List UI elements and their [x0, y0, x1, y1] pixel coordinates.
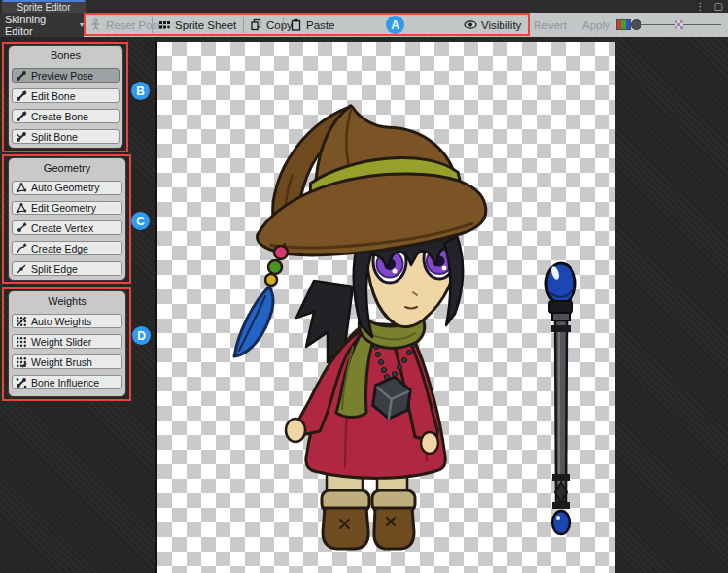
sprite-sheet-button[interactable]: Sprite Sheet: [158, 13, 236, 37]
edit-geometry-button[interactable]: Edit Geometry: [12, 201, 122, 216]
chevron-down-icon: ▾: [80, 20, 84, 29]
right-boot: [374, 508, 414, 549]
bone-influence-button[interactable]: Bone Influence: [12, 375, 122, 389]
pose-reset-icon: [89, 18, 102, 31]
tab-sprite-editor[interactable]: Sprite Editor: [2, 0, 86, 13]
geometry-auto-icon: [16, 182, 27, 193]
mode-label: Skinning Editor: [5, 14, 76, 37]
right-hand: [421, 432, 438, 454]
create-edge-button[interactable]: Create Edge: [12, 241, 122, 255]
annotation-badge-c: C: [131, 212, 150, 230]
sprite-sheet-icon: [158, 18, 171, 31]
annotation-badge-a: A: [386, 16, 404, 34]
witch-hat: [246, 94, 488, 261]
preview-pose-button[interactable]: Preview Pose: [12, 68, 120, 83]
character-sprite[interactable]: [234, 94, 489, 549]
maximize-icon[interactable]: ▢: [714, 2, 723, 12]
annotation-badge-b: B: [131, 82, 150, 100]
geometry-panel-title: Geometry: [12, 162, 122, 175]
staff-sprite[interactable]: [546, 263, 575, 534]
weights-panel-title: Weights: [12, 295, 122, 308]
checker-texture-icon: [675, 20, 683, 29]
canvas-sprites: [157, 42, 618, 573]
weight-brush-icon: [16, 356, 27, 368]
sprite-editor-window: Sprite Editor ⋮ ▢ Skinning Editor ▾ Rese…: [0, 0, 728, 573]
reset-pose-label: Reset Pose: [106, 19, 163, 31]
tab-label: Sprite Editor: [17, 2, 70, 13]
paste-label: Paste: [306, 19, 334, 31]
vertex-create-icon: [16, 222, 27, 234]
left-boot: [323, 508, 368, 549]
eye-icon: [464, 18, 477, 31]
geometry-panel: Geometry Auto Geometry Edit Geometry Cre…: [8, 157, 126, 281]
weight-slider-icon: [16, 336, 27, 348]
create-bone-button[interactable]: Create Bone: [12, 109, 120, 123]
weights-auto-icon: [16, 316, 27, 327]
toolbar-divider: [243, 17, 244, 33]
split-edge-button[interactable]: Split Edge: [12, 261, 122, 276]
weight-slider-button[interactable]: Weight Slider: [12, 334, 122, 349]
left-hand: [286, 419, 305, 442]
bone-split-icon: [16, 131, 27, 143]
visibility-label: Visibility: [481, 19, 521, 31]
edge-split-icon: [16, 263, 27, 275]
bone-preview-icon: [16, 70, 27, 82]
weight-brush-button[interactable]: Weight Brush: [12, 354, 122, 369]
bead-pink: [274, 246, 288, 259]
revert-button[interactable]: Revert: [534, 13, 567, 37]
kebab-menu-icon[interactable]: ⋮: [696, 2, 706, 12]
apply-label: Apply: [582, 19, 610, 31]
sprite-canvas[interactable]: [155, 42, 615, 573]
auto-weights-button[interactable]: Auto Weights: [12, 314, 122, 328]
edge-create-icon: [16, 243, 27, 254]
edit-bone-button[interactable]: Edit Bone: [12, 88, 120, 103]
bones-panel: Bones Preview Pose Edit Bone Create Bone…: [8, 45, 123, 149]
paste-icon: [290, 18, 302, 31]
bones-panel-title: Bones: [12, 50, 120, 62]
copy-label: Copy: [266, 19, 293, 31]
bead-green: [268, 260, 282, 274]
window-titlebar: Sprite Editor ⋮ ▢: [0, 0, 728, 13]
toolbar: Skinning Editor ▾ Reset Pose Sprite Shee…: [0, 13, 728, 37]
weights-panel: Weights Auto Weights Weight Slider Weigh…: [8, 290, 126, 397]
revert-label: Revert: [534, 19, 567, 31]
copy-icon: [250, 18, 262, 31]
apply-button[interactable]: Apply: [582, 13, 610, 37]
zoom-slider-thumb[interactable]: [631, 19, 641, 30]
rgb-swatch-icon[interactable]: [616, 19, 631, 30]
sprite-sheet-label: Sprite Sheet: [175, 19, 236, 31]
bone-edit-icon: [16, 90, 27, 102]
bone-create-icon: [16, 111, 27, 122]
auto-geometry-button[interactable]: Auto Geometry: [12, 181, 122, 195]
bead-yellow: [265, 274, 277, 286]
toolbar-divider: [152, 17, 153, 33]
annotation-badge-d: D: [132, 326, 151, 345]
visibility-button[interactable]: Visibility: [464, 13, 521, 37]
create-vertex-button[interactable]: Create Vertex: [12, 220, 122, 235]
toolbar-divider: [283, 17, 284, 33]
split-bone-button[interactable]: Split Bone: [12, 129, 120, 144]
bone-influence-icon: [16, 377, 27, 388]
skinning-editor-dropdown[interactable]: Skinning Editor ▾: [0, 13, 84, 37]
copy-button[interactable]: Copy: [250, 13, 293, 37]
paste-button[interactable]: Paste: [290, 13, 334, 37]
geometry-edit-icon: [16, 202, 27, 214]
